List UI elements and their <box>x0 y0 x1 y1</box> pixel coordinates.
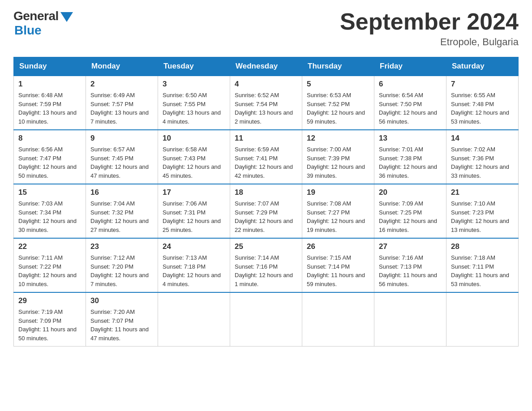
day-info: Sunrise: 6:52 AMSunset: 7:54 PMDaylight:… <box>235 91 297 126</box>
calendar-cell: 9Sunrise: 6:57 AMSunset: 7:45 PMDaylight… <box>86 130 158 184</box>
calendar-cell: 29Sunrise: 7:19 AMSunset: 7:09 PMDayligh… <box>14 292 86 347</box>
calendar-cell: 30Sunrise: 7:20 AMSunset: 7:07 PMDayligh… <box>86 292 158 347</box>
calendar-cell: 4Sunrise: 6:52 AMSunset: 7:54 PMDaylight… <box>230 76 302 130</box>
header-tuesday: Tuesday <box>158 57 230 76</box>
day-info: Sunrise: 7:16 AMSunset: 7:13 PMDaylight:… <box>379 253 442 288</box>
header-thursday: Thursday <box>302 57 374 76</box>
day-info: Sunrise: 7:07 AMSunset: 7:29 PMDaylight:… <box>235 199 297 234</box>
day-info: Sunrise: 6:53 AMSunset: 7:52 PMDaylight:… <box>307 91 369 126</box>
day-number: 20 <box>379 188 442 197</box>
calendar-cell: 24Sunrise: 7:13 AMSunset: 7:18 PMDayligh… <box>158 238 230 292</box>
day-number: 3 <box>163 80 225 89</box>
day-number: 18 <box>235 188 297 197</box>
day-number: 13 <box>379 134 442 143</box>
header-saturday: Saturday <box>446 57 519 76</box>
day-info: Sunrise: 6:54 AMSunset: 7:50 PMDaylight:… <box>379 91 442 126</box>
day-info: Sunrise: 7:02 AMSunset: 7:36 PMDaylight:… <box>451 145 514 180</box>
day-info: Sunrise: 6:48 AMSunset: 7:59 PMDaylight:… <box>18 91 81 126</box>
day-info: Sunrise: 6:50 AMSunset: 7:55 PMDaylight:… <box>163 91 225 126</box>
day-number: 10 <box>163 134 225 143</box>
day-number: 22 <box>18 242 81 251</box>
day-info: Sunrise: 7:18 AMSunset: 7:11 PMDaylight:… <box>451 253 514 288</box>
day-number: 4 <box>235 80 297 89</box>
calendar-cell: 7Sunrise: 6:55 AMSunset: 7:48 PMDaylight… <box>446 76 519 130</box>
calendar-title: September 2024 <box>340 9 519 34</box>
day-number: 15 <box>18 188 81 197</box>
day-number: 30 <box>90 296 153 305</box>
calendar-cell: 2Sunrise: 6:49 AMSunset: 7:57 PMDaylight… <box>86 76 158 130</box>
calendar-cell <box>302 292 374 347</box>
calendar-cell: 17Sunrise: 7:06 AMSunset: 7:31 PMDayligh… <box>158 184 230 238</box>
logo-blue-text: Blue <box>14 23 42 38</box>
week-row-1: 1Sunrise: 6:48 AMSunset: 7:59 PMDaylight… <box>14 76 519 130</box>
day-info: Sunrise: 7:15 AMSunset: 7:14 PMDaylight:… <box>307 253 369 288</box>
calendar-cell: 26Sunrise: 7:15 AMSunset: 7:14 PMDayligh… <box>302 238 374 292</box>
calendar-cell: 13Sunrise: 7:01 AMSunset: 7:38 PMDayligh… <box>374 130 446 184</box>
day-info: Sunrise: 7:19 AMSunset: 7:09 PMDaylight:… <box>18 308 81 342</box>
calendar-cell: 21Sunrise: 7:10 AMSunset: 7:23 PMDayligh… <box>446 184 519 238</box>
day-info: Sunrise: 6:49 AMSunset: 7:57 PMDaylight:… <box>90 91 153 126</box>
day-info: Sunrise: 7:20 AMSunset: 7:07 PMDaylight:… <box>90 308 153 342</box>
calendar-cell: 12Sunrise: 7:00 AMSunset: 7:39 PMDayligh… <box>302 130 374 184</box>
day-number: 1 <box>18 80 81 89</box>
day-info: Sunrise: 7:06 AMSunset: 7:31 PMDaylight:… <box>163 199 225 234</box>
calendar-cell: 20Sunrise: 7:09 AMSunset: 7:25 PMDayligh… <box>374 184 446 238</box>
day-info: Sunrise: 6:59 AMSunset: 7:41 PMDaylight:… <box>235 145 297 180</box>
calendar-cell: 3Sunrise: 6:50 AMSunset: 7:55 PMDaylight… <box>158 76 230 130</box>
calendar-cell: 18Sunrise: 7:07 AMSunset: 7:29 PMDayligh… <box>230 184 302 238</box>
day-info: Sunrise: 7:10 AMSunset: 7:23 PMDaylight:… <box>451 199 514 234</box>
day-info: Sunrise: 7:00 AMSunset: 7:39 PMDaylight:… <box>307 145 369 180</box>
calendar-cell: 14Sunrise: 7:02 AMSunset: 7:36 PMDayligh… <box>446 130 519 184</box>
day-info: Sunrise: 7:14 AMSunset: 7:16 PMDaylight:… <box>235 253 297 288</box>
day-number: 29 <box>18 296 81 305</box>
calendar-cell: 19Sunrise: 7:08 AMSunset: 7:27 PMDayligh… <box>302 184 374 238</box>
calendar-cell <box>230 292 302 347</box>
calendar-cell: 15Sunrise: 7:03 AMSunset: 7:34 PMDayligh… <box>14 184 86 238</box>
week-row-5: 29Sunrise: 7:19 AMSunset: 7:09 PMDayligh… <box>14 292 519 347</box>
day-number: 6 <box>379 80 442 89</box>
calendar-cell: 11Sunrise: 6:59 AMSunset: 7:41 PMDayligh… <box>230 130 302 184</box>
day-number: 9 <box>90 134 153 143</box>
calendar-cell: 5Sunrise: 6:53 AMSunset: 7:52 PMDaylight… <box>302 76 374 130</box>
day-number: 16 <box>90 188 153 197</box>
week-row-2: 8Sunrise: 6:56 AMSunset: 7:47 PMDaylight… <box>14 130 519 184</box>
logo-triangle-icon <box>60 12 73 22</box>
day-number: 7 <box>451 80 514 89</box>
day-number: 26 <box>307 242 369 251</box>
day-number: 25 <box>235 242 297 251</box>
calendar-cell: 8Sunrise: 6:56 AMSunset: 7:47 PMDaylight… <box>14 130 86 184</box>
day-number: 24 <box>163 242 225 251</box>
day-number: 2 <box>90 80 153 89</box>
day-info: Sunrise: 7:03 AMSunset: 7:34 PMDaylight:… <box>18 199 81 234</box>
calendar-cell <box>158 292 230 347</box>
day-number: 27 <box>379 242 442 251</box>
header-monday: Monday <box>86 57 158 76</box>
day-number: 12 <box>307 134 369 143</box>
day-number: 19 <box>307 188 369 197</box>
calendar-cell: 6Sunrise: 6:54 AMSunset: 7:50 PMDaylight… <box>374 76 446 130</box>
day-number: 8 <box>18 134 81 143</box>
calendar-subtitle: Etropole, Bulgaria <box>340 36 519 48</box>
calendar-cell: 28Sunrise: 7:18 AMSunset: 7:11 PMDayligh… <box>446 238 519 292</box>
title-section: September 2024 Etropole, Bulgaria <box>340 9 519 48</box>
header-sunday: Sunday <box>14 57 86 76</box>
page-header: General Blue September 2024 Etropole, Bu… <box>13 9 519 48</box>
calendar-cell <box>374 292 446 347</box>
calendar-cell: 1Sunrise: 6:48 AMSunset: 7:59 PMDaylight… <box>14 76 86 130</box>
logo: General Blue <box>13 9 73 38</box>
day-number: 5 <box>307 80 369 89</box>
day-info: Sunrise: 7:08 AMSunset: 7:27 PMDaylight:… <box>307 199 369 234</box>
header-friday: Friday <box>374 57 446 76</box>
day-info: Sunrise: 6:57 AMSunset: 7:45 PMDaylight:… <box>90 145 153 180</box>
day-info: Sunrise: 7:04 AMSunset: 7:32 PMDaylight:… <box>90 199 153 234</box>
week-row-4: 22Sunrise: 7:11 AMSunset: 7:22 PMDayligh… <box>14 238 519 292</box>
day-info: Sunrise: 7:11 AMSunset: 7:22 PMDaylight:… <box>18 253 81 288</box>
calendar-cell: 23Sunrise: 7:12 AMSunset: 7:20 PMDayligh… <box>86 238 158 292</box>
calendar-cell: 27Sunrise: 7:16 AMSunset: 7:13 PMDayligh… <box>374 238 446 292</box>
day-info: Sunrise: 6:55 AMSunset: 7:48 PMDaylight:… <box>451 91 514 126</box>
day-number: 21 <box>451 188 514 197</box>
week-row-3: 15Sunrise: 7:03 AMSunset: 7:34 PMDayligh… <box>14 184 519 238</box>
day-number: 23 <box>90 242 153 251</box>
header-row: SundayMondayTuesdayWednesdayThursdayFrid… <box>14 57 519 76</box>
calendar-cell: 25Sunrise: 7:14 AMSunset: 7:16 PMDayligh… <box>230 238 302 292</box>
